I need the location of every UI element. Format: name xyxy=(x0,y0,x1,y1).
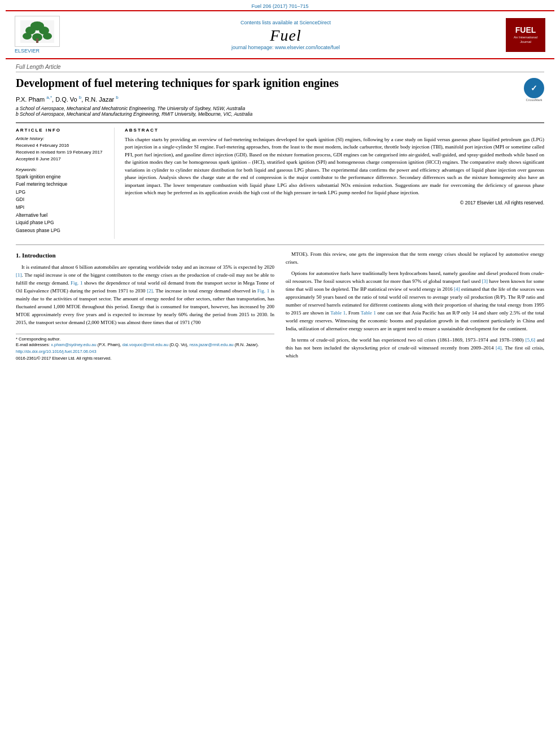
affil-b: b School of Aerospace, Mechanical and Ma… xyxy=(16,111,544,117)
article-history: Article history: Received 4 February 201… xyxy=(16,136,108,163)
keyword-2: Fuel metering technique xyxy=(16,181,108,189)
left-content-col: 1. Introduction It is estimated that alm… xyxy=(16,251,274,363)
svg-rect-7 xyxy=(36,38,38,43)
journal-title: Fuel xyxy=(65,27,506,45)
fuel-logo-text: FUEL xyxy=(515,25,536,34)
copyright-line: © 2017 Elsevier Ltd. All rights reserved… xyxy=(125,200,544,206)
keyword-6: Alternative fuel xyxy=(16,212,108,220)
doi-line[interactable]: http://dx.doi.org/10.1016/j.fuel.2017.06… xyxy=(16,348,274,355)
crossmark-area: ✓ CrossMark xyxy=(524,78,544,98)
ref-3[interactable]: [3] xyxy=(482,278,488,284)
ref-1[interactable]: [1] xyxy=(16,272,22,278)
abstract-text: This chapter starts by providing an over… xyxy=(125,136,544,197)
elsevier-image xyxy=(15,16,60,47)
issn-line: 0016-2361/© 2017 Elsevier Ltd. All right… xyxy=(16,355,274,362)
keyword-4: GDI xyxy=(16,196,108,204)
journal-center: Contents lists available at ScienceDirec… xyxy=(65,20,506,50)
article-info-col: ARTICLE INFO Article history: Received 4… xyxy=(16,128,115,239)
intro-section-title: 1. Introduction xyxy=(16,251,274,260)
right-content-col: MTOE). From this review, one gets the im… xyxy=(286,251,544,363)
article-info-heading: ARTICLE INFO xyxy=(16,128,108,133)
author-pham: P.X. Pham a,*, D.Q. Vo b, R.N. Jazar b xyxy=(16,96,119,103)
fuel-logo-box: FUEL An InternationalJournal xyxy=(506,18,545,52)
ref-4a[interactable]: [4] xyxy=(454,286,460,292)
keyword-5: MPI xyxy=(16,204,108,212)
accepted-date: Accepted 8 June 2017 xyxy=(16,156,108,163)
abstract-heading: ABSTRACT xyxy=(125,128,544,133)
keyword-3: LPG xyxy=(16,189,108,196)
elsevier-tree-icon xyxy=(20,20,54,43)
fuel-logo-sub: An InternationalJournal xyxy=(514,36,537,43)
crossmark-label: CrossMark xyxy=(524,98,544,102)
email-line: E-mail addresses: x.pham@sydney.edu.au (… xyxy=(16,342,274,348)
ref-2[interactable]: [2] xyxy=(147,288,153,294)
ref-4b[interactable]: [4] xyxy=(496,345,502,351)
affil-a: a School of Aerospace, Mechanical and Me… xyxy=(16,106,544,111)
footnote-area: * Corresponding author. E-mail addresses… xyxy=(16,334,274,361)
table1-ref2[interactable]: Table 1 xyxy=(361,310,376,316)
article-title: Development of fuel metering techniques … xyxy=(16,76,544,90)
main-content: 1. Introduction It is estimated that alm… xyxy=(0,251,560,363)
keywords-section: Keywords: Spark ignition engine Fuel met… xyxy=(16,167,108,235)
elsevier-logo-area: ELSEVIER xyxy=(15,16,65,54)
intro-para-1: It is estimated that almost 6 billion au… xyxy=(16,264,274,327)
corresponding-note: * Corresponding author. xyxy=(16,337,274,343)
authors-line: P.X. Pham a,*, D.Q. Vo b, R.N. Jazar b xyxy=(16,95,544,103)
keyword-7: Liquid phase LPG xyxy=(16,219,108,227)
article-info-abstract: ARTICLE INFO Article history: Received 4… xyxy=(16,123,544,239)
email-link-2[interactable]: dai.voquoc@rmit.edu.au xyxy=(123,342,168,347)
article-body: Full Length Article ✓ CrossMark Developm… xyxy=(0,59,560,239)
svg-point-6 xyxy=(43,33,52,40)
received-date: Received 4 February 2016 xyxy=(16,142,108,149)
keywords-list: Spark ignition engine Fuel metering tech… xyxy=(16,173,108,235)
crossmark-icon: ✓ xyxy=(524,78,544,98)
journal-ref: Fuel 206 (2017) 701–715 xyxy=(251,3,308,9)
intro-para-4: In terms of crude-oil prices, the world … xyxy=(286,337,544,360)
fig1-ref2[interactable]: Fig. 1 xyxy=(257,288,269,294)
intro-para-2: MTOE). From this review, one gets the im… xyxy=(286,251,544,267)
revised-date: Received in revised form 19 February 201… xyxy=(16,149,108,156)
journal-reference-band: Fuel 206 (2017) 701–715 xyxy=(0,0,560,10)
intro-para-3: Options for automotive fuels have tradit… xyxy=(286,270,544,333)
history-label: Article history: xyxy=(16,136,108,141)
table1-ref1[interactable]: Table 1 xyxy=(330,310,345,316)
keyword-1: Spark ignition engine xyxy=(16,173,108,181)
email-link-3[interactable]: reza.jazar@rmit.edu.au xyxy=(190,342,234,347)
abstract-col: ABSTRACT This chapter starts by providin… xyxy=(125,128,544,239)
science-direct-line: Contents lists available at ScienceDirec… xyxy=(65,20,506,25)
section-divider xyxy=(16,244,544,245)
article-type: Full Length Article xyxy=(16,64,544,72)
elsevier-label: ELSEVIER xyxy=(15,48,40,54)
fig1-ref[interactable]: Fig. 1 xyxy=(71,280,82,286)
email-link-1[interactable]: x.pham@sydney.edu.au xyxy=(51,342,96,347)
journal-homepage: journal homepage: www.elsevier.com/locat… xyxy=(65,45,506,50)
title-area: ✓ CrossMark Development of fuel metering… xyxy=(16,76,544,90)
science-direct-link[interactable]: ScienceDirect xyxy=(300,20,331,25)
keywords-label: Keywords: xyxy=(16,167,108,172)
keyword-8: Gaseous phase LPG xyxy=(16,227,108,235)
page: Fuel 206 (2017) 701–715 ELSEVIER xyxy=(0,0,560,747)
ref-5-6[interactable]: [5,6] xyxy=(526,337,535,343)
affiliations: a School of Aerospace, Mechanical and Me… xyxy=(16,106,544,117)
svg-point-4 xyxy=(23,33,32,40)
journal-header: ELSEVIER Contents lists available at Sci… xyxy=(6,10,554,59)
